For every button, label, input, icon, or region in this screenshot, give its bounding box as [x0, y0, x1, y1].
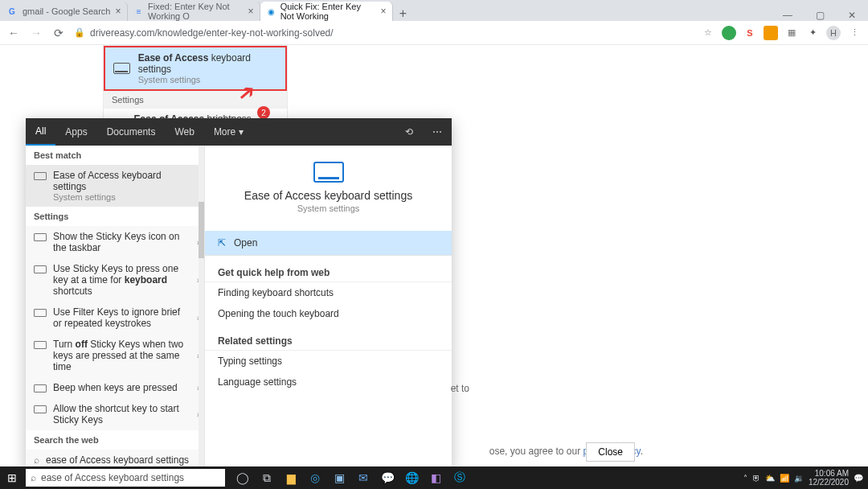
extensions-icon[interactable]: ✦ [805, 26, 820, 40]
clock-time: 10:06 AM [809, 469, 849, 478]
wifi-icon[interactable]: 📶 [780, 474, 789, 483]
keyboard-icon [34, 384, 47, 392]
best-match-item[interactable]: Ease of Access keyboard settings System … [26, 165, 204, 207]
section-label: Settings [104, 91, 287, 109]
group-settings: Settings [26, 207, 204, 226]
settings-item[interactable]: Use Filter Keys to ignore brief or repea… [26, 302, 204, 334]
browser-tab-strip: G gmail - Google Search × ≡ Fixed: Enter… [0, 0, 868, 21]
keyboard-icon [113, 63, 130, 74]
chat-icon[interactable]: 💬 [378, 469, 397, 487]
open-button[interactable]: ⇱ Open [205, 231, 452, 256]
browser-toolbar: ← → ⟳ 🔒 drivereasy.com/knowledge/enter-k… [0, 21, 868, 45]
keyboard-icon [34, 233, 47, 241]
window-close[interactable]: ✕ [836, 10, 868, 21]
system-tray: ˄ ⛨ ⛅ 📶 🔉 10:06 AM 12/22/2020 💬 [743, 469, 868, 487]
edge-icon[interactable]: ◎ [305, 469, 325, 487]
windows-search-panel: All Apps Documents Web More ▾ ⟲ ⋯ Best m… [26, 118, 452, 471]
new-tab-button[interactable]: + [393, 6, 412, 21]
favicon-docs: ≡ [134, 6, 143, 17]
settings-item[interactable]: Allow the shortcut key to start Sticky K… [26, 398, 204, 430]
favicon-google: G [6, 6, 18, 17]
tab-google-search[interactable]: G gmail - Google Search × [0, 2, 128, 21]
settings-item[interactable]: Show the Sticky Keys icon on the taskbar… [26, 226, 204, 258]
open-label: Open [234, 237, 257, 249]
help-link[interactable]: Finding keyboard shortcuts [205, 282, 452, 303]
result-title: Ease of Access keyboard settings [53, 170, 162, 192]
keyboard-icon [34, 172, 47, 180]
related-link[interactable]: Language settings [205, 372, 452, 392]
address-bar[interactable]: 🔒 drivereasy.com/knowledge/enter-key-not… [74, 27, 693, 39]
results-list: Best match Ease of Access keyboard setti… [26, 146, 205, 471]
more-options-icon[interactable]: ⋯ [423, 118, 452, 146]
tab-label: gmail - Google Search [23, 6, 110, 16]
skype-icon[interactable]: Ⓢ [450, 469, 469, 487]
tab-active[interactable]: ◉ Quick Fix: Enter Key Not Working × [260, 2, 393, 21]
chrome-icon[interactable]: 🌐 [402, 469, 421, 487]
reload-button[interactable]: ⟳ [51, 27, 66, 39]
section-quick-help: Get quick help from web [205, 259, 452, 282]
help-link[interactable]: Opening the touch keyboard [205, 303, 452, 324]
ext-icon-4[interactable]: ▦ [784, 26, 799, 40]
start-button[interactable]: ⊞ [0, 471, 24, 484]
clock-date: 12/22/2020 [809, 478, 849, 487]
tray-icon[interactable]: ⛨ [752, 474, 760, 483]
star-icon[interactable]: ☆ [701, 26, 715, 40]
back-button[interactable]: ← [6, 27, 21, 39]
task-view-icon[interactable]: ⧉ [257, 469, 276, 487]
keyboard-icon [34, 405, 47, 413]
tab-documents[interactable]: Documents [97, 118, 166, 146]
close-icon[interactable]: × [115, 6, 121, 17]
annotation-badge: 2 [257, 106, 270, 119]
clock[interactable]: 10:06 AM 12/22/2020 [809, 469, 849, 487]
taskbar: ⊞ ⌕ ease of Access keyboard settings ◯ ⧉… [0, 466, 868, 489]
settings-item[interactable]: Use Sticky Keys to press one key at a ti… [26, 258, 204, 302]
store-icon[interactable]: ▣ [330, 469, 349, 487]
tab-label: Fixed: Enter Key Not Working O [148, 2, 243, 21]
keyboard-icon [34, 265, 47, 273]
tab-apps[interactable]: Apps [55, 118, 96, 146]
tray-icon[interactable]: ⛅ [765, 474, 775, 483]
scroll-thumb[interactable] [199, 202, 204, 258]
result-subtitle: System settings [53, 192, 190, 202]
tab-label: Quick Fix: Enter Key Not Working [280, 2, 376, 21]
ext-icon-1[interactable] [722, 26, 736, 40]
preview-subtitle: System settings [205, 203, 452, 213]
tab-all[interactable]: All [26, 118, 55, 146]
lock-icon: 🔒 [74, 27, 85, 38]
app-icon[interactable]: ◧ [426, 469, 445, 487]
close-icon[interactable]: × [380, 6, 386, 17]
notifications-icon[interactable]: 💬 [854, 474, 863, 483]
mail-icon[interactable]: ✉ [354, 469, 373, 487]
taskbar-search-box[interactable]: ⌕ ease of Access keyboard settings [26, 469, 225, 487]
window-minimize[interactable]: — [772, 10, 804, 21]
profile-icon[interactable]: H [826, 26, 841, 40]
ext-icon-2[interactable]: S [743, 26, 757, 40]
related-link[interactable]: Typing settings [205, 351, 452, 372]
group-best-match: Best match [26, 146, 204, 165]
scrollbar[interactable] [199, 146, 204, 471]
explorer-icon[interactable]: ▆ [281, 469, 301, 487]
favicon-site: ◉ [267, 6, 275, 17]
tab-docs[interactable]: ≡ Fixed: Enter Key Not Working O × [128, 2, 260, 21]
search-icon: ⌕ [31, 472, 36, 483]
ext-icon-3[interactable] [764, 26, 778, 40]
preview-title: Ease of Access keyboard settings [205, 189, 452, 202]
settings-item[interactable]: Turn off Sticky Keys when two keys are p… [26, 334, 204, 377]
forward-button[interactable]: → [29, 27, 43, 39]
section-related: Related settings [205, 327, 452, 351]
cortana-icon[interactable]: ◯ [233, 469, 252, 487]
url-text: drivereasy.com/knowledge/enter-key-not-w… [90, 27, 334, 39]
chrome-menu-icon[interactable]: ⋮ [847, 26, 862, 40]
settings-item[interactable]: Beep when keys are pressed › [26, 377, 204, 398]
keyboard-icon [313, 162, 344, 183]
close-icon[interactable]: × [248, 6, 253, 17]
search-text: ease of Access keyboard settings [41, 472, 184, 483]
window-maximize[interactable]: ▢ [804, 10, 836, 21]
tab-more[interactable]: More ▾ [204, 118, 253, 146]
tab-web[interactable]: Web [165, 118, 203, 146]
result-preview: Ease of Access keyboard settings System … [205, 146, 452, 471]
cookie-close-button[interactable]: Close [586, 442, 635, 462]
tray-chevron-icon[interactable]: ˄ [743, 474, 747, 483]
volume-icon[interactable]: 🔉 [794, 474, 804, 483]
feedback-icon[interactable]: ⟲ [395, 118, 423, 146]
